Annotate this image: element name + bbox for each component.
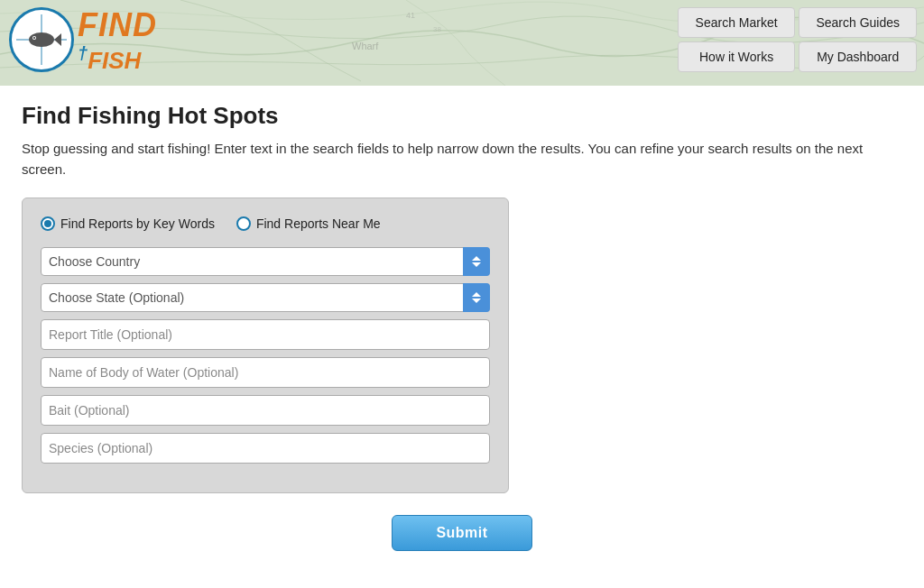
svg-text:38: 38 [433, 25, 441, 33]
search-form-box: Find Reports by Key Words Find Reports N… [22, 198, 509, 493]
svg-marker-6 [54, 33, 61, 46]
country-row: Choose Country [41, 247, 490, 276]
header: Wharf 41 38 FIND †F [0, 0, 924, 86]
state-select[interactable]: Choose State (Optional) [41, 283, 490, 312]
search-guides-button[interactable]: Search Guides [799, 7, 917, 38]
radio-near-me-label: Find Reports Near Me [256, 216, 381, 231]
species-row [41, 433, 490, 464]
state-select-wrapper: Choose State (Optional) [41, 283, 490, 312]
nav-buttons: Search Market Search Guides How it Works… [678, 7, 917, 72]
logo-fish: FISH [88, 46, 141, 73]
svg-text:Wharf: Wharf [352, 41, 379, 51]
logo-the: † [78, 43, 88, 63]
svg-point-8 [33, 37, 35, 39]
logo[interactable]: FIND †FISH [9, 7, 157, 73]
my-dashboard-button[interactable]: My Dashboard [799, 41, 917, 72]
species-input[interactable] [41, 433, 490, 464]
radio-group: Find Reports by Key Words Find Reports N… [41, 216, 490, 231]
logo-the-fish: †FISH [78, 43, 157, 73]
state-row: Choose State (Optional) [41, 283, 490, 312]
country-select[interactable]: Choose Country [41, 247, 490, 276]
logo-find: FIND [78, 7, 157, 43]
page-title: Find Fishing Hot Spots [22, 102, 902, 130]
radio-near-me-button[interactable] [236, 216, 251, 231]
search-market-button[interactable]: Search Market [678, 7, 796, 38]
submit-area: Submit [22, 515, 902, 551]
submit-button[interactable]: Submit [392, 515, 531, 551]
radio-keywords-label: Find Reports by Key Words [60, 216, 215, 231]
radio-near-me-option[interactable]: Find Reports Near Me [236, 216, 381, 231]
bait-input[interactable] [41, 395, 490, 426]
report-title-input[interactable] [41, 319, 490, 350]
body-of-water-row [41, 357, 490, 388]
page-description: Stop guessing and start fishing! Enter t… [22, 139, 902, 179]
body-of-water-input[interactable] [41, 357, 490, 388]
svg-point-5 [29, 32, 54, 47]
how-it-works-button[interactable]: How it Works [678, 41, 796, 72]
radio-keywords-option[interactable]: Find Reports by Key Words [41, 216, 215, 231]
main-content: Find Fishing Hot Spots Stop guessing and… [0, 86, 924, 573]
bait-row [41, 395, 490, 426]
svg-text:41: 41 [406, 11, 415, 20]
radio-keywords-button[interactable] [41, 216, 55, 231]
logo-text: FIND †FISH [78, 7, 157, 73]
logo-circle [9, 7, 74, 72]
report-title-row [41, 319, 490, 350]
country-select-wrapper: Choose Country [41, 247, 490, 276]
